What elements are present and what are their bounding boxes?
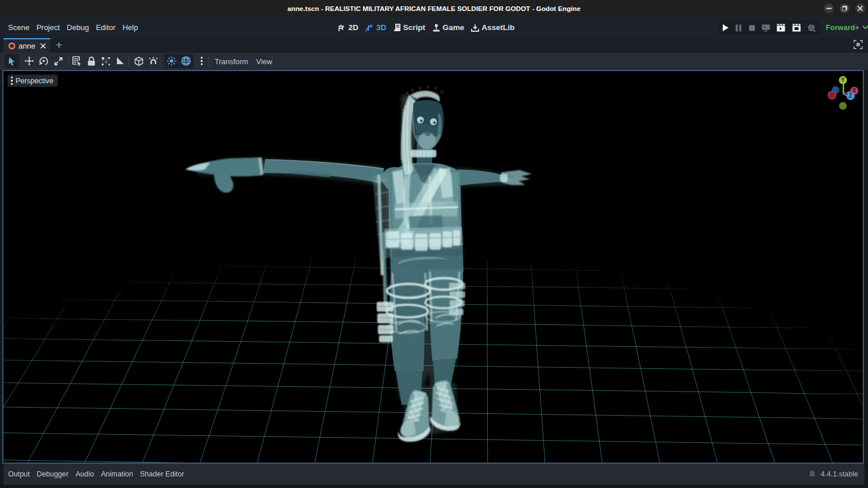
svg-text:Z: Z (849, 93, 852, 99)
svg-text:Y: Y (841, 77, 845, 83)
